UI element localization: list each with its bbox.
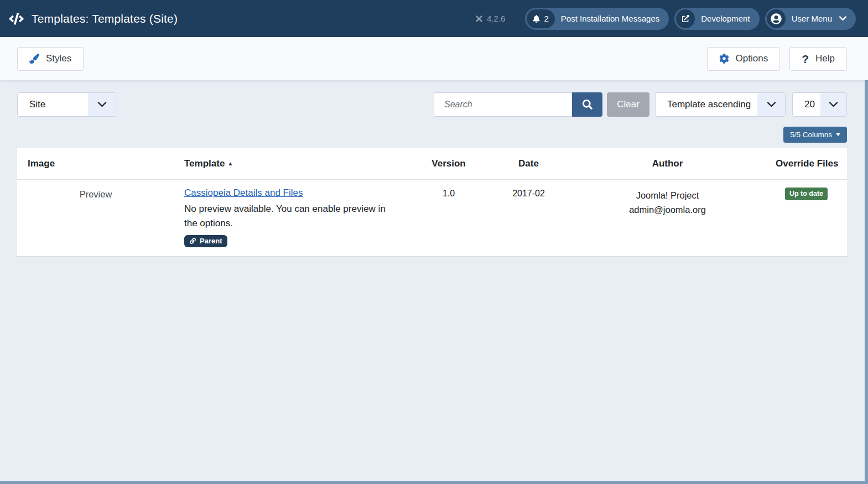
search-icon: [583, 100, 592, 110]
post-installation-messages-button[interactable]: 2 Post Installation Messages: [525, 8, 669, 30]
code-icon: [9, 13, 24, 25]
columns-toggle-button[interactable]: 5/5 Columns: [783, 127, 847, 143]
scrollbar-track[interactable]: [865, 37, 868, 484]
toolbar: Styles Options ? Help: [0, 37, 868, 80]
sort-select[interactable]: Template ascending: [655, 92, 786, 117]
chevron-down-icon: [839, 16, 846, 21]
columns-row: 5/5 Columns: [17, 127, 847, 143]
column-header-override-files: Override Files: [766, 148, 847, 180]
search-group: Clear Template ascending 20: [434, 92, 847, 117]
options-button[interactable]: Options: [707, 47, 781, 71]
templates-table: Image Template▲ Version Date Author Over…: [17, 148, 847, 257]
chevron-down-icon: [757, 93, 785, 116]
bell-icon: [533, 15, 540, 23]
filter-bar: Site Clear Template ascending 20: [17, 92, 847, 117]
column-header-image: Image: [17, 148, 174, 180]
up-to-date-badge: Up to date: [785, 188, 828, 200]
options-label: Options: [736, 53, 768, 64]
preview-note: No preview available. You can enable pre…: [184, 202, 397, 231]
search-button[interactable]: [572, 92, 602, 117]
user-icon: [771, 13, 782, 24]
parent-badge: Parent: [184, 235, 227, 247]
column-header-author: Author: [569, 148, 766, 180]
template-cell: Cassiopeia Details and Files No preview …: [174, 180, 409, 257]
version-cell: 1.0: [409, 180, 488, 257]
list-limit-select[interactable]: 20: [792, 92, 847, 117]
override-files-cell: Up to date: [766, 180, 847, 257]
external-link-icon: [682, 15, 689, 22]
table-row: Preview Cassiopeia Details and Files No …: [17, 180, 847, 257]
columns-label: 5/5 Columns: [790, 131, 832, 139]
template-details-link[interactable]: Cassiopeia Details and Files: [184, 188, 303, 198]
client-select-value: Site: [18, 93, 88, 116]
column-header-template[interactable]: Template▲: [174, 148, 409, 180]
sort-select-value: Template ascending: [656, 93, 757, 116]
development-label: Development: [701, 14, 750, 23]
messages-badge: 2: [527, 9, 554, 28]
help-label: Help: [815, 53, 835, 64]
table-header-row: Image Template▲ Version Date Author Over…: [17, 148, 847, 180]
column-header-date: Date: [488, 148, 569, 180]
development-site-button[interactable]: Development: [674, 8, 759, 30]
joomla-version: 4.2.6: [475, 14, 505, 23]
main-content: Site Clear Template ascending 20: [0, 92, 868, 257]
bottom-edge-strip: [0, 481, 868, 484]
date-cell: 2017-02: [488, 180, 569, 257]
search-input[interactable]: [434, 92, 572, 117]
parent-badge-label: Parent: [200, 237, 222, 245]
user-menu-button[interactable]: User Menu: [765, 8, 856, 30]
sort-ascending-icon: ▲: [227, 160, 233, 166]
page-title: Templates: Templates (Site): [32, 12, 178, 25]
column-header-version: Version: [409, 148, 488, 180]
user-icon-wrap: [767, 9, 786, 28]
author-email: admin@joomla.org: [579, 202, 756, 217]
styles-button[interactable]: Styles: [17, 47, 84, 71]
messages-count: 2: [544, 14, 548, 23]
top-bar: Templates: Templates (Site) 4.2.6 2 Post…: [0, 0, 868, 37]
brush-icon: [29, 54, 39, 64]
messages-label: Post Installation Messages: [561, 14, 659, 23]
help-button[interactable]: ? Help: [789, 47, 847, 71]
author-cell: Joomla! Project admin@joomla.org: [569, 180, 766, 257]
chevron-down-icon: [88, 93, 116, 116]
link-icon: [190, 238, 196, 244]
caret-down-icon: [836, 133, 840, 136]
chevron-down-icon: [820, 93, 846, 116]
gear-icon: [719, 54, 729, 64]
client-select[interactable]: Site: [17, 92, 116, 117]
user-menu-label: User Menu: [792, 14, 832, 23]
joomla-logo-icon: [475, 15, 483, 23]
clear-button[interactable]: Clear: [607, 92, 649, 117]
preview-link[interactable]: Preview: [17, 180, 174, 257]
list-limit-value: 20: [793, 93, 820, 116]
styles-label: Styles: [46, 53, 71, 64]
author-name: Joomla! Project: [579, 188, 756, 202]
external-link-icon-wrap: [676, 9, 695, 28]
question-mark-icon: ?: [802, 53, 809, 65]
